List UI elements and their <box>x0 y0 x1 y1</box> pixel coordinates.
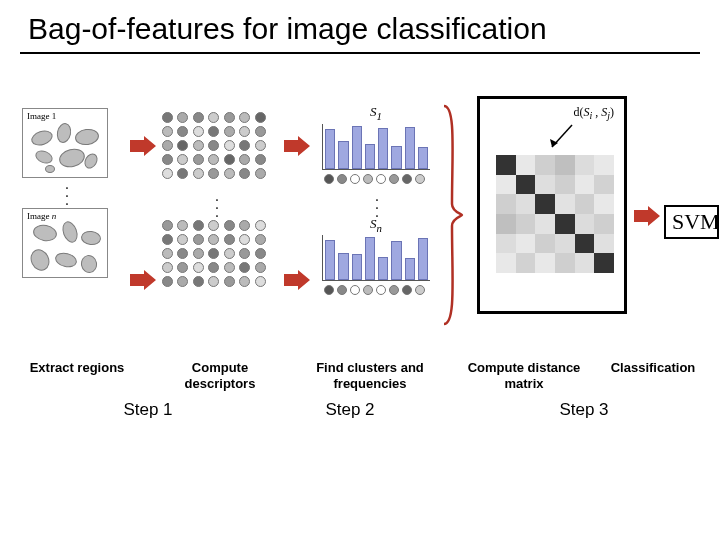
descriptor-dot <box>193 248 204 259</box>
matrix-cell <box>555 194 575 214</box>
descriptor-dot <box>224 168 235 179</box>
codebook-dot <box>363 174 373 184</box>
descriptor-dot <box>224 112 235 123</box>
descriptor-grid-1 <box>162 112 268 180</box>
matrix-cell <box>575 253 595 273</box>
codebook-dot <box>350 285 360 295</box>
step-2-label: Step 2 <box>310 400 390 420</box>
histogram-bar <box>405 127 415 168</box>
histogram-1: S1 <box>322 104 430 184</box>
matrix-cell <box>594 175 614 195</box>
descriptor-dot <box>162 276 173 287</box>
descriptor-dot <box>255 276 266 287</box>
matrix-cell <box>594 214 614 234</box>
descriptor-dot <box>255 234 266 245</box>
matrix-cell <box>516 194 536 214</box>
descriptor-dot <box>193 126 204 137</box>
descriptor-dot <box>255 248 266 259</box>
matrix-cell <box>535 155 555 175</box>
matrix-cell <box>555 214 575 234</box>
arrow-icon <box>130 270 156 290</box>
histogram-bar <box>391 241 401 281</box>
matrix-cell <box>535 253 555 273</box>
codebook-dot <box>389 174 399 184</box>
arrow-icon <box>634 206 660 226</box>
descriptor-dot <box>208 220 219 231</box>
descriptor-dot <box>162 234 173 245</box>
codebook-dot <box>402 174 412 184</box>
descriptor-dot <box>193 140 204 151</box>
arrow-icon <box>284 136 310 156</box>
descriptor-dot <box>239 220 250 231</box>
pointer-arrow-icon <box>546 123 576 153</box>
descriptor-dot <box>255 154 266 165</box>
svg-marker-2 <box>284 136 310 156</box>
matrix-cell <box>535 175 555 195</box>
descriptor-dot <box>208 126 219 137</box>
histogram-bar <box>391 146 401 169</box>
caption-classification: Classification <box>598 360 708 376</box>
matrix-cell <box>496 194 516 214</box>
descriptor-dot <box>208 234 219 245</box>
matrix-cell <box>555 175 575 195</box>
descriptor-dot <box>255 168 266 179</box>
descriptor-dot <box>162 140 173 151</box>
matrix-cell <box>575 194 595 214</box>
histogram-bar <box>352 254 362 280</box>
descriptor-dot <box>224 234 235 245</box>
descriptor-dot <box>208 248 219 259</box>
histogram-n: Sn <box>322 216 430 296</box>
codebook-dot <box>415 174 425 184</box>
histogram-bar <box>352 126 362 169</box>
descriptor-dot <box>193 168 204 179</box>
descriptor-dot <box>255 140 266 151</box>
descriptor-dot <box>255 262 266 273</box>
descriptor-dot <box>224 220 235 231</box>
descriptor-dot <box>208 262 219 273</box>
matrix-cell <box>516 253 536 273</box>
descriptor-dot <box>162 154 173 165</box>
pipeline-diagram: Image 1 ··· Image n ··· <box>22 90 702 370</box>
vdots-icon: ··· <box>162 190 272 214</box>
descriptor-dot <box>224 276 235 287</box>
descriptor-dot <box>239 168 250 179</box>
matrix-cell <box>555 155 575 175</box>
svm-box: SVM <box>664 205 719 239</box>
descriptor-dot <box>162 248 173 259</box>
descriptor-dot <box>224 126 235 137</box>
svg-marker-6 <box>634 206 660 226</box>
descriptor-dot <box>239 248 250 259</box>
descriptor-dot <box>224 140 235 151</box>
column-svm: SVM <box>664 205 719 239</box>
descriptor-dot <box>224 154 235 165</box>
histogram-bar <box>365 144 375 169</box>
codebook-dot <box>389 285 399 295</box>
descriptor-dot <box>193 154 204 165</box>
matrix-cell <box>575 175 595 195</box>
caption-compute-descriptors: Compute descriptors <box>170 360 270 391</box>
descriptor-grid-n <box>162 220 268 288</box>
descriptor-dot <box>255 126 266 137</box>
matrix-cell <box>594 194 614 214</box>
title-underline <box>20 52 700 54</box>
svg-marker-1 <box>130 270 156 290</box>
codebook-dot <box>324 174 334 184</box>
codebook-dot <box>324 285 334 295</box>
step-3-label: Step 3 <box>544 400 624 420</box>
caption-find-clusters: Find clusters and frequencies <box>310 360 430 391</box>
descriptor-dot <box>239 112 250 123</box>
histogram-bar <box>378 128 388 169</box>
descriptor-dot <box>193 234 204 245</box>
region-image-1: Image 1 <box>22 108 108 178</box>
descriptor-dot <box>255 220 266 231</box>
matrix-cell <box>516 234 536 254</box>
descriptor-dot <box>177 220 188 231</box>
histogram-bar <box>325 240 335 281</box>
column-histograms: S1 ··· Sn <box>322 90 432 295</box>
descriptor-dot <box>193 112 204 123</box>
descriptor-dot <box>208 154 219 165</box>
matrix-cell <box>496 175 516 195</box>
codebook-dot <box>415 285 425 295</box>
matrix-cell <box>496 214 516 234</box>
descriptor-dot <box>177 112 188 123</box>
